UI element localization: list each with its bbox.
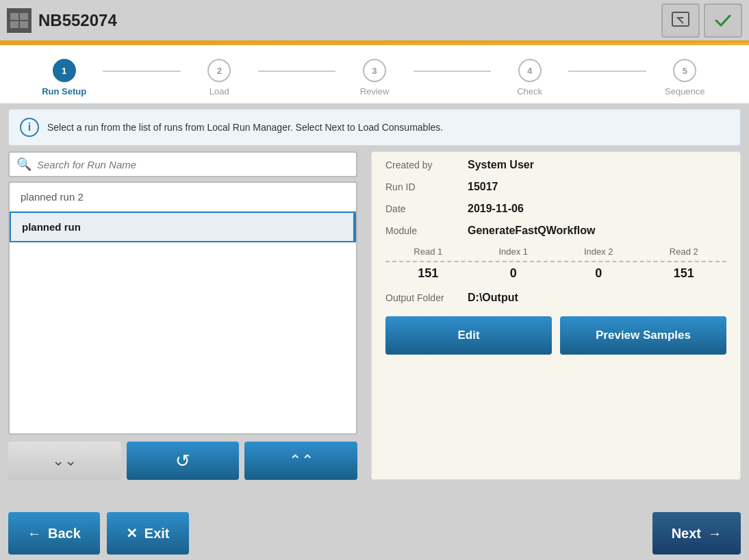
step-line-1 <box>103 71 180 72</box>
step-line-3 <box>414 71 491 72</box>
date-value: 2019-11-06 <box>468 203 524 215</box>
step-circle-3: 3 <box>363 59 386 82</box>
main-content: 🔍 planned run 2 planned run ⌄⌄ ↺ ⌃⌃ <box>0 151 749 480</box>
run-item-label: planned run 2 <box>21 191 84 203</box>
index1-header: Index 1 <box>471 246 557 257</box>
step-label-4: Check <box>517 86 542 97</box>
back-arrow-icon: ← <box>27 526 41 542</box>
info-text: Select a run from the list of runs from … <box>47 122 443 133</box>
step-label-1: Run Setup <box>42 86 86 97</box>
info-banner: i Select a run from the list of runs fro… <box>8 109 741 146</box>
module-row: Module GenerateFastQWorkflow <box>385 225 726 237</box>
svg-rect-1 <box>20 13 28 20</box>
step-circle-5: 5 <box>673 59 696 82</box>
step-circle-1: 1 <box>53 59 76 82</box>
back-button[interactable]: ← Back <box>8 512 100 555</box>
svg-rect-2 <box>10 21 18 28</box>
date-label: Date <box>385 203 468 214</box>
reads-header: Read 1 Index 1 Index 2 Read 2 <box>385 246 726 262</box>
right-panel: Created by System User Run ID 15017 Date… <box>371 151 741 480</box>
app-icon <box>7 8 31 33</box>
run-id-value: 15017 <box>468 181 498 193</box>
index1-value: 0 <box>471 266 557 281</box>
left-panel: 🔍 planned run 2 planned run ⌄⌄ ↺ ⌃⌃ <box>8 151 357 480</box>
minimize-button[interactable] <box>661 3 700 38</box>
svg-rect-4 <box>672 12 689 26</box>
step-run-setup: 1 Run Setup <box>25 59 103 97</box>
app-title: NB552074 <box>38 11 117 30</box>
back-label: Back <box>48 526 81 542</box>
edit-button[interactable]: Edit <box>385 316 552 355</box>
step-label-5: Sequence <box>665 86 705 97</box>
info-icon: i <box>20 118 39 137</box>
reset-button[interactable]: ↺ <box>127 442 240 480</box>
exit-icon: ✕ <box>126 525 138 542</box>
title-bar: NB552074 <box>0 0 749 42</box>
step-label-2: Load <box>210 86 229 97</box>
search-icon: 🔍 <box>16 157 31 172</box>
next-button[interactable]: Next → <box>652 512 741 555</box>
index2-header: Index 2 <box>556 246 642 257</box>
created-by-row: Created by System User <box>385 159 726 171</box>
exit-button[interactable]: ✕ Exit <box>107 512 189 555</box>
module-label: Module <box>385 225 468 236</box>
read2-header: Read 2 <box>642 246 727 257</box>
scroll-down-button[interactable]: ⌄⌄ <box>8 442 121 480</box>
stepper: 1 Run Setup 2 Load 3 Review 4 Check 5 Se… <box>0 45 749 103</box>
next-label: Next <box>672 526 701 542</box>
read2-value: 151 <box>642 266 727 281</box>
action-buttons: Edit Preview Samples <box>385 316 726 355</box>
created-by-value: System User <box>468 159 534 171</box>
preview-label: Preview Samples <box>596 329 691 342</box>
created-by-label: Created by <box>385 160 468 170</box>
module-value: GenerateFastQWorkflow <box>468 225 595 237</box>
reset-icon: ↺ <box>175 450 190 472</box>
chevron-up-icon: ⌃⌃ <box>289 452 314 470</box>
list-item-planned-run-2[interactable]: planned run 2 <box>10 183 356 212</box>
step-check: 4 Check <box>491 59 568 97</box>
footer: ← Back ✕ Exit Next → <box>0 507 749 560</box>
chevron-down-icon: ⌄⌄ <box>52 452 77 470</box>
svg-rect-0 <box>10 13 18 20</box>
exit-label: Exit <box>144 526 170 542</box>
date-row: Date 2019-11-06 <box>385 203 726 215</box>
read1-value: 151 <box>385 266 471 281</box>
reads-table: Read 1 Index 1 Index 2 Read 2 151 0 0 15… <box>385 246 726 281</box>
run-list: planned run 2 planned run <box>8 181 357 435</box>
title-left: NB552074 <box>7 8 117 33</box>
confirm-button[interactable] <box>704 3 742 38</box>
stepper-track: 1 Run Setup 2 Load 3 Review 4 Check 5 Se… <box>25 59 724 97</box>
step-circle-2: 2 <box>207 59 231 82</box>
step-label-3: Review <box>360 86 390 97</box>
step-load: 2 Load <box>181 59 258 97</box>
read1-header: Read 1 <box>385 246 471 257</box>
title-buttons <box>661 3 742 38</box>
step-line-4 <box>568 71 646 72</box>
output-folder-row: Output Folder D:\Output <box>385 292 726 304</box>
list-item-planned-run[interactable]: planned run <box>10 212 356 242</box>
step-sequence: 5 Sequence <box>646 59 724 97</box>
search-box[interactable]: 🔍 <box>8 151 357 177</box>
run-item-label: planned run <box>22 221 81 233</box>
search-input[interactable] <box>37 159 349 170</box>
output-folder-value: D:\Output <box>468 292 518 304</box>
preview-samples-button[interactable]: Preview Samples <box>560 316 726 355</box>
scroll-up-button[interactable]: ⌃⌃ <box>244 442 357 480</box>
step-line-2 <box>258 71 335 72</box>
next-arrow-icon: → <box>708 526 722 542</box>
run-id-row: Run ID 15017 <box>385 181 726 193</box>
step-circle-4: 4 <box>518 59 542 82</box>
reads-values: 151 0 0 151 <box>385 266 726 281</box>
edit-label: Edit <box>457 329 479 342</box>
step-review: 3 Review <box>335 59 413 97</box>
run-id-label: Run ID <box>385 181 468 192</box>
svg-rect-3 <box>20 21 28 28</box>
control-buttons: ⌄⌄ ↺ ⌃⌃ <box>8 442 357 480</box>
output-folder-label: Output Folder <box>385 292 468 303</box>
footer-left: ← Back ✕ Exit <box>8 512 189 555</box>
index2-value: 0 <box>556 266 642 281</box>
